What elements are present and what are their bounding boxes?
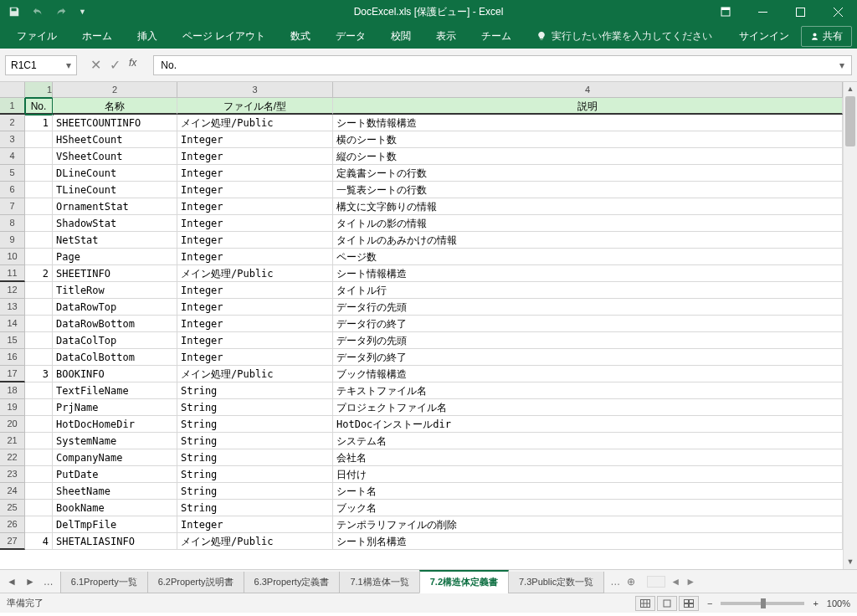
row-header[interactable]: 15 — [0, 332, 25, 349]
cell[interactable]: String — [177, 483, 333, 500]
row-header[interactable]: 18 — [0, 382, 25, 399]
cell[interactable]: テンポラリファイルの削除 — [333, 516, 843, 533]
tab-prev-page-icon[interactable]: ◄ — [670, 576, 685, 588]
column-header[interactable]: 1 — [25, 82, 53, 98]
row-header[interactable]: 21 — [0, 433, 25, 449]
row-header[interactable]: 1 — [0, 98, 25, 115]
cell[interactable]: Integer — [177, 332, 333, 349]
row-header[interactable]: 11 — [0, 265, 25, 282]
cell[interactable]: TitleRow — [53, 282, 177, 299]
view-pagelayout-button[interactable] — [657, 596, 677, 611]
sheet-tab[interactable]: 6.3Property定義書 — [244, 572, 341, 593]
tab-next-page-icon[interactable]: ► — [685, 576, 700, 588]
row-header[interactable]: 2 — [0, 115, 25, 131]
cell[interactable]: Integer — [177, 148, 333, 165]
name-box[interactable]: R1C1 ▾ — [5, 55, 77, 75]
cell[interactable]: 4 — [25, 533, 53, 550]
cell[interactable]: DLineCount — [53, 165, 177, 182]
cell[interactable] — [25, 316, 53, 332]
cell[interactable]: Integer — [177, 282, 333, 299]
minimize-button[interactable] — [744, 0, 782, 23]
sheet-tab[interactable]: 6.2Property説明書 — [147, 572, 244, 593]
cell[interactable] — [25, 299, 53, 316]
cell[interactable]: Integer — [177, 182, 333, 198]
cell[interactable]: SHETALIASINFO — [53, 533, 177, 550]
horizontal-scrollbar[interactable] — [647, 576, 665, 588]
formula-input[interactable]: No. ▾ — [153, 55, 852, 75]
cell[interactable]: Integer — [177, 198, 333, 215]
row-header[interactable]: 27 — [0, 533, 25, 550]
tab-formulas[interactable]: 数式 — [279, 24, 322, 49]
tab-pagelayout[interactable]: ページ レイアウト — [171, 24, 277, 49]
cell[interactable]: ファイル名/型 — [177, 98, 333, 115]
cell[interactable] — [25, 416, 53, 433]
cell[interactable]: CompanyName — [53, 449, 177, 466]
cell[interactable]: DataColTop — [53, 332, 177, 349]
row-header[interactable]: 17 — [0, 366, 25, 382]
cell[interactable]: Integer — [177, 131, 333, 148]
cell[interactable]: PutDate — [53, 466, 177, 483]
cell[interactable] — [25, 382, 53, 399]
tab-data[interactable]: データ — [324, 24, 377, 49]
scroll-up-icon[interactable]: ▲ — [844, 82, 857, 96]
cell[interactable]: 構文に文字飾りの情報 — [333, 198, 843, 215]
vertical-scrollbar[interactable]: ▲ ▼ — [843, 82, 857, 569]
enter-formula-icon[interactable]: ✓ — [110, 57, 121, 73]
view-normal-button[interactable] — [635, 596, 655, 611]
cell[interactable]: データ行の終了 — [333, 316, 843, 332]
cell[interactable]: システム名 — [333, 433, 843, 449]
cell[interactable]: String — [177, 449, 333, 466]
row-header[interactable]: 12 — [0, 282, 25, 299]
row-header[interactable]: 16 — [0, 349, 25, 366]
cell[interactable]: TextFileName — [53, 382, 177, 399]
close-button[interactable] — [819, 0, 857, 23]
scroll-down-icon[interactable]: ▼ — [844, 555, 857, 569]
signin-link[interactable]: サインイン — [739, 29, 789, 44]
row-header[interactable]: 4 — [0, 148, 25, 165]
redo-icon[interactable] — [55, 6, 67, 18]
cell[interactable]: ブック名 — [333, 500, 843, 516]
cell[interactable]: DataColBottom — [53, 349, 177, 366]
cell[interactable]: データ行の先頭 — [333, 299, 843, 316]
row-header[interactable]: 3 — [0, 131, 25, 148]
cell[interactable]: 3 — [25, 366, 53, 382]
cell[interactable]: Integer — [177, 165, 333, 182]
row-header[interactable]: 14 — [0, 316, 25, 332]
cell[interactable]: メイン処理/Public — [177, 366, 333, 382]
cell[interactable]: 横のシート数 — [333, 131, 843, 148]
cell[interactable] — [25, 182, 53, 198]
tab-first-icon[interactable]: ◄ — [7, 576, 17, 588]
cell[interactable]: Integer — [177, 249, 333, 265]
chevron-down-icon[interactable]: ▾ — [66, 59, 71, 71]
cell[interactable]: ページ数 — [333, 249, 843, 265]
cell[interactable] — [25, 466, 53, 483]
cell[interactable]: シート名 — [333, 483, 843, 500]
tab-file[interactable]: ファイル — [5, 24, 69, 49]
scroll-thumb[interactable] — [845, 96, 855, 146]
row-header[interactable]: 6 — [0, 182, 25, 198]
cell[interactable] — [25, 198, 53, 215]
column-header[interactable]: 4 — [333, 82, 843, 98]
cell[interactable]: 定義書シートの行数 — [333, 165, 843, 182]
share-button[interactable]: 共有 — [801, 26, 852, 47]
cell[interactable] — [25, 165, 53, 182]
cell[interactable] — [25, 148, 53, 165]
cell[interactable] — [25, 232, 53, 249]
cell[interactable]: タイトルの影の情報 — [333, 215, 843, 232]
row-header[interactable]: 5 — [0, 165, 25, 182]
cell[interactable]: PrjName — [53, 399, 177, 416]
row-header[interactable]: 10 — [0, 249, 25, 265]
qat-customize-icon[interactable]: ▼ — [79, 8, 86, 16]
cell[interactable]: シート別名構造 — [333, 533, 843, 550]
ribbon-options-icon[interactable] — [706, 0, 744, 23]
cell[interactable]: Integer — [177, 516, 333, 533]
tab-home[interactable]: ホーム — [70, 24, 124, 49]
cell[interactable] — [25, 215, 53, 232]
tab-team[interactable]: チーム — [470, 24, 523, 49]
cell[interactable] — [25, 399, 53, 416]
row-header[interactable]: 19 — [0, 399, 25, 416]
cell[interactable]: プロジェクトファイル名 — [333, 399, 843, 416]
cell[interactable]: 名称 — [53, 98, 177, 115]
cell[interactable] — [25, 349, 53, 366]
cell[interactable]: シート情報構造 — [333, 265, 843, 282]
